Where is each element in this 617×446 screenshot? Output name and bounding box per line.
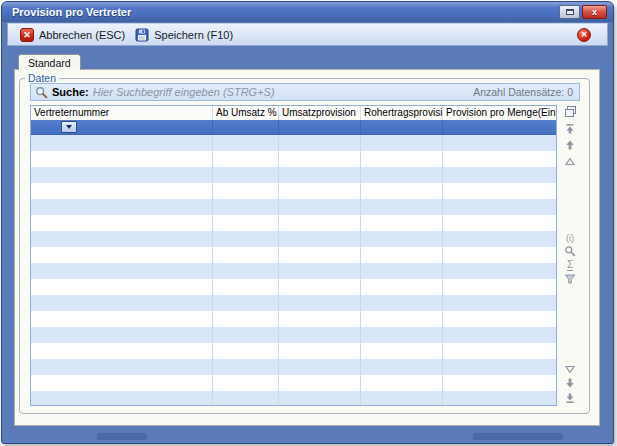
table-row[interactable]: [31, 343, 556, 359]
table-cell[interactable]: [443, 327, 556, 343]
table-cell[interactable]: [279, 343, 361, 359]
table-cell[interactable]: [443, 343, 556, 359]
table-cell[interactable]: [279, 279, 361, 295]
column-header[interactable]: Ab Umsatz %: [213, 106, 279, 120]
table-cell[interactable]: [31, 327, 213, 343]
table-cell[interactable]: [361, 247, 443, 263]
search-record-icon[interactable]: [563, 244, 577, 257]
table-cell[interactable]: [443, 215, 556, 231]
table-cell[interactable]: [213, 215, 279, 231]
table-cell[interactable]: [213, 247, 279, 263]
table-cell[interactable]: [213, 183, 279, 199]
table-row[interactable]: [31, 151, 556, 167]
table-cell[interactable]: [279, 183, 361, 199]
table-cell[interactable]: [361, 231, 443, 247]
table-row[interactable]: [31, 279, 556, 295]
table-cell[interactable]: [443, 295, 556, 311]
table-cell[interactable]: [361, 359, 443, 375]
table-cell[interactable]: [213, 327, 279, 343]
title-bar[interactable]: Provision pro Vertreter x: [2, 2, 613, 22]
table-cell[interactable]: [213, 279, 279, 295]
table-cell[interactable]: [279, 311, 361, 327]
table-cell[interactable]: [279, 327, 361, 343]
table-row[interactable]: [31, 327, 556, 343]
table-cell[interactable]: [213, 167, 279, 183]
save-button[interactable]: Speichern (F10): [131, 26, 239, 44]
table-cell[interactable]: [31, 359, 213, 375]
table-cell[interactable]: [31, 295, 213, 311]
table-cell[interactable]: [279, 231, 361, 247]
table-cell[interactable]: [213, 343, 279, 359]
table-cell[interactable]: [279, 375, 361, 391]
table-cell[interactable]: [31, 263, 213, 279]
table-cell[interactable]: [213, 295, 279, 311]
table-cell[interactable]: [213, 199, 279, 215]
filter-row-cell[interactable]: [279, 120, 361, 134]
table-cell[interactable]: [443, 199, 556, 215]
table-cell[interactable]: [213, 375, 279, 391]
table-row[interactable]: [31, 231, 556, 247]
table-cell[interactable]: [361, 167, 443, 183]
table-cell[interactable]: [361, 343, 443, 359]
search-input[interactable]: [93, 86, 469, 98]
table-cell[interactable]: [361, 135, 443, 151]
close-button[interactable]: x: [582, 5, 607, 19]
table-cell[interactable]: [31, 391, 213, 406]
previous-record-icon[interactable]: [563, 155, 577, 168]
table-cell[interactable]: [361, 375, 443, 391]
table-cell[interactable]: [361, 391, 443, 406]
tab-standard[interactable]: Standard: [18, 54, 81, 70]
filter-row-cell[interactable]: [213, 120, 279, 134]
table-cell[interactable]: [213, 263, 279, 279]
table-cell[interactable]: [31, 151, 213, 167]
table-cell[interactable]: [361, 327, 443, 343]
table-cell[interactable]: [213, 151, 279, 167]
table-cell[interactable]: [279, 135, 361, 151]
table-row[interactable]: [31, 183, 556, 199]
table-cell[interactable]: [443, 151, 556, 167]
grid-filter-row[interactable]: [31, 120, 556, 135]
filter-row-cell[interactable]: [361, 120, 443, 134]
table-row[interactable]: [31, 135, 556, 151]
record-info-icon[interactable]: (i): [563, 231, 577, 244]
column-chooser-icon[interactable]: [563, 105, 577, 118]
table-cell[interactable]: [361, 263, 443, 279]
go-last-record-icon[interactable]: [563, 391, 577, 404]
table-row[interactable]: [31, 247, 556, 263]
table-cell[interactable]: [31, 311, 213, 327]
table-row[interactable]: [31, 199, 556, 215]
table-cell[interactable]: [443, 231, 556, 247]
filter-row-cell[interactable]: [31, 120, 213, 134]
table-row[interactable]: [31, 215, 556, 231]
table-cell[interactable]: [361, 311, 443, 327]
table-cell[interactable]: [279, 199, 361, 215]
table-cell[interactable]: [279, 167, 361, 183]
table-cell[interactable]: [443, 375, 556, 391]
cell-dropdown-button[interactable]: [61, 121, 77, 133]
table-cell[interactable]: [361, 295, 443, 311]
table-cell[interactable]: [443, 279, 556, 295]
table-cell[interactable]: [443, 391, 556, 406]
table-row[interactable]: [31, 375, 556, 391]
table-cell[interactable]: [213, 391, 279, 406]
table-cell[interactable]: [279, 263, 361, 279]
filter-icon[interactable]: [563, 272, 577, 285]
table-cell[interactable]: [31, 247, 213, 263]
table-cell[interactable]: [443, 167, 556, 183]
table-cell[interactable]: [361, 215, 443, 231]
next-record-icon[interactable]: [563, 362, 577, 375]
table-row[interactable]: [31, 359, 556, 375]
table-cell[interactable]: [213, 135, 279, 151]
table-cell[interactable]: [31, 167, 213, 183]
table-row[interactable]: [31, 295, 556, 311]
table-cell[interactable]: [213, 359, 279, 375]
table-cell[interactable]: [443, 183, 556, 199]
table-cell[interactable]: [361, 183, 443, 199]
table-cell[interactable]: [443, 135, 556, 151]
stop-icon[interactable]: ✕: [577, 28, 591, 42]
table-cell[interactable]: [31, 135, 213, 151]
table-cell[interactable]: [361, 151, 443, 167]
restore-button[interactable]: [559, 5, 580, 19]
table-row[interactable]: [31, 311, 556, 327]
table-cell[interactable]: [31, 279, 213, 295]
